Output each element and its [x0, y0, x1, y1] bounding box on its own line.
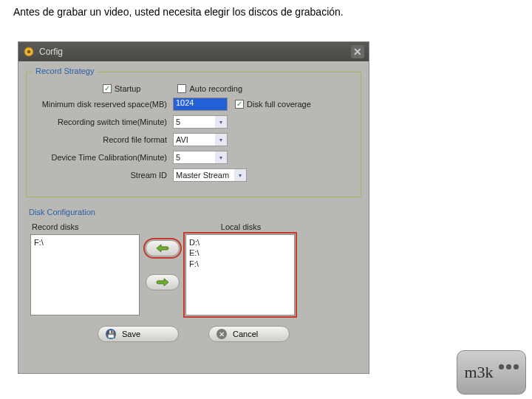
m3k-logo: m3k [457, 350, 526, 395]
min-disk-input[interactable]: 1024 [173, 98, 228, 111]
startup-checkbox[interactable]: ✓ Startup [103, 84, 140, 93]
stream-id-select[interactable]: Master Stream ▾ [173, 168, 247, 182]
close-button[interactable]: ✕ [351, 45, 364, 58]
switch-time-select[interactable]: 5 ▾ [173, 115, 228, 129]
arrow-left-icon [155, 244, 170, 253]
auto-recording-label: Auto recording [189, 84, 242, 93]
save-label: Save [122, 330, 140, 338]
file-format-select[interactable]: AVI ▾ [173, 133, 228, 146]
disk-config-section: Disk Configuration Record disks F:\ Loca… [26, 206, 361, 316]
move-right-button[interactable] [146, 274, 180, 290]
chevron-down-icon: ▾ [215, 134, 227, 146]
local-disks-list[interactable]: D:\E:\F:\ [185, 234, 295, 316]
save-button[interactable]: 💾 Save [98, 326, 179, 342]
file-format-value: AVI [176, 135, 188, 144]
arrow-right-icon [155, 278, 170, 287]
save-icon: 💾 [106, 329, 116, 339]
disk-full-checkbox[interactable]: ✓ [235, 100, 244, 109]
record-strategy-fieldset: Record Strategy ✓ Startup Auto recording… [26, 72, 361, 197]
svg-point-1 [27, 50, 30, 53]
logo-text: m3k [464, 363, 493, 382]
auto-recording-checkbox[interactable]: Auto recording [177, 84, 242, 93]
title-bar: Corfig ✕ [18, 42, 369, 61]
config-dialog: Corfig ✕ Record Strategy ✓ Startup Auto … [18, 41, 369, 374]
file-format-label: Record file format [33, 135, 173, 144]
record-disks-label: Record disks [30, 222, 140, 231]
dialog-title: Corfig [39, 47, 63, 57]
calibration-select[interactable]: 5 ▾ [173, 151, 228, 164]
local-disks-label: Local disks [185, 222, 295, 231]
instruction-text: Antes de grabar un video, usted necesita… [0, 0, 532, 25]
disk-config-legend: Disk Configuration [26, 206, 361, 222]
list-item[interactable]: F:\ [34, 237, 136, 248]
cancel-button[interactable]: ✕ Cancel [208, 326, 290, 342]
move-left-button[interactable] [146, 240, 180, 256]
disk-full-label: Disk full coverage [247, 100, 311, 109]
switch-time-value: 5 [176, 117, 180, 126]
list-item[interactable]: E:\ [189, 248, 291, 258]
list-item[interactable]: D:\ [189, 237, 291, 248]
min-disk-label: Minimum disk reserved space(MB) [33, 100, 173, 109]
record-disks-list[interactable]: F:\ [30, 234, 140, 316]
cancel-label: Cancel [233, 330, 258, 338]
calibration-value: 5 [176, 153, 180, 162]
gear-icon [23, 46, 35, 58]
list-item[interactable]: F:\ [189, 259, 291, 269]
startup-label: Startup [115, 84, 140, 93]
cancel-icon: ✕ [216, 329, 227, 339]
record-strategy-legend: Record Strategy [33, 66, 97, 75]
chevron-down-icon: ▾ [215, 116, 227, 128]
chevron-down-icon: ▾ [215, 151, 227, 163]
chevron-down-icon: ▾ [234, 169, 246, 181]
stream-id-label: Stream ID [33, 171, 173, 180]
stream-id-value: Master Stream [176, 171, 229, 180]
calibration-label: Device Time Calibration(Minute) [33, 153, 173, 162]
switch-time-label: Recording switch time(Minute) [33, 117, 173, 126]
